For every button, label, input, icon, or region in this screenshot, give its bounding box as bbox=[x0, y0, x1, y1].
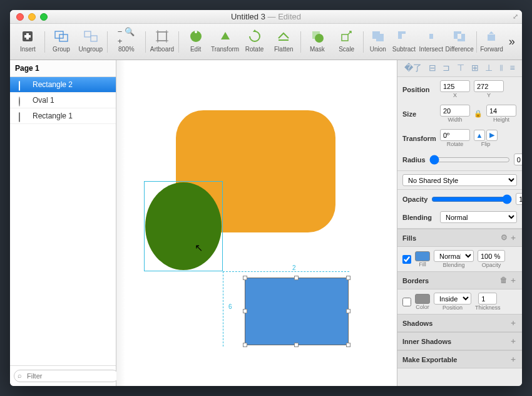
svg-rect-21 bbox=[488, 34, 495, 41]
position-label: Position bbox=[402, 86, 436, 93]
zoom-control[interactable]: − 🔍 +800% bbox=[110, 26, 143, 58]
insert-button[interactable]: Insert bbox=[14, 26, 42, 58]
filter-input[interactable] bbox=[14, 370, 119, 382]
shadows-header[interactable]: Shadows＋ bbox=[397, 314, 522, 332]
flip-horizontal-button[interactable]: ▲ bbox=[474, 130, 485, 141]
gear-icon[interactable]: ⚙ bbox=[501, 233, 508, 242]
fullscreen-icon[interactable]: ⤢ bbox=[513, 13, 518, 21]
distribute-v-icon[interactable]: ≡ bbox=[509, 63, 514, 74]
shape-oval-1[interactable] bbox=[145, 182, 222, 270]
group-button[interactable]: Group bbox=[48, 26, 76, 58]
svg-rect-20 bbox=[429, 34, 433, 39]
fill-enabled-checkbox[interactable] bbox=[402, 255, 411, 264]
edit-button[interactable]: Edit bbox=[182, 26, 210, 58]
svg-rect-5 bbox=[84, 31, 91, 37]
fill-opacity-input[interactable] bbox=[478, 250, 505, 262]
smart-guide-vertical bbox=[223, 271, 223, 346]
artboard-button[interactable]: Artboard bbox=[148, 26, 176, 58]
shared-style-select[interactable]: No Shared Style bbox=[402, 174, 517, 186]
border-color-swatch[interactable] bbox=[415, 294, 430, 304]
flip-vertical-button[interactable]: ▶ bbox=[486, 130, 498, 141]
union-button[interactable]: Union bbox=[366, 26, 390, 58]
position-y-input[interactable] bbox=[474, 80, 504, 92]
layers-sidebar: Page 1 Rectangle 2 Oval 1 Rectangle 1 ⌕ … bbox=[10, 60, 116, 386]
forward-button[interactable]: Forward bbox=[479, 26, 504, 58]
align-left-icon[interactable]: �了 bbox=[404, 63, 422, 74]
titlebar: Untitled 3 — Edited ⤢ bbox=[10, 10, 522, 24]
inner-shadows-header[interactable]: Inner Shadows＋ bbox=[397, 332, 522, 350]
svg-rect-6 bbox=[91, 36, 97, 41]
align-right-icon[interactable]: ⊐ bbox=[442, 63, 450, 74]
align-bottom-icon[interactable]: ⊥ bbox=[485, 63, 493, 74]
mask-button[interactable]: Mask bbox=[304, 26, 332, 58]
cursor-icon: ↖ bbox=[195, 242, 203, 254]
align-controls: �了 ⊟ ⊐ ⊤ ⊞ ⊥ ⫴ ≡ bbox=[397, 60, 522, 77]
blending-select[interactable]: Normal bbox=[440, 211, 517, 223]
radius-input[interactable] bbox=[514, 154, 522, 165]
border-enabled-checkbox[interactable] bbox=[402, 298, 411, 306]
add-fill-icon[interactable]: ＋ bbox=[509, 233, 517, 242]
lock-aspect-icon[interactable]: 🔒 bbox=[474, 110, 483, 118]
page-header[interactable]: Page 1 bbox=[10, 60, 116, 77]
exportable-header[interactable]: Make Exportable＋ bbox=[397, 350, 522, 368]
opacity-input[interactable] bbox=[516, 193, 522, 205]
app-window: Untitled 3 — Edited ⤢ Insert Group Ungro… bbox=[10, 10, 522, 386]
add-shadow-icon[interactable]: ＋ bbox=[509, 318, 517, 328]
toolbar: Insert Group Ungroup − 🔍 +800% Artboard … bbox=[10, 24, 522, 60]
transform-label: Transform bbox=[402, 135, 436, 142]
difference-button[interactable]: Difference bbox=[445, 26, 473, 58]
size-label: Size bbox=[402, 110, 436, 118]
scale-button[interactable]: Scale bbox=[332, 26, 361, 58]
inspector-panel: �了 ⊟ ⊐ ⊤ ⊞ ⊥ ⫴ ≡ Position X Y Size Width… bbox=[397, 60, 522, 386]
svg-rect-7 bbox=[158, 32, 166, 41]
svg-point-16 bbox=[315, 34, 324, 43]
align-center-v-icon[interactable]: ⊞ bbox=[471, 63, 479, 74]
subtract-button[interactable]: Subtract bbox=[391, 26, 417, 58]
fill-blend-select[interactable]: Normal bbox=[434, 250, 474, 262]
toolbar-overflow[interactable]: » bbox=[505, 35, 518, 48]
rotate-button[interactable]: Rotate bbox=[240, 26, 269, 58]
svg-rect-2 bbox=[24, 35, 31, 38]
layer-rectangle-1[interactable]: Rectangle 1 bbox=[10, 108, 116, 124]
delete-border-icon[interactable]: 🗑 bbox=[500, 276, 508, 284]
radius-label: Radius bbox=[402, 156, 426, 164]
window-title: Untitled 3 — Edited bbox=[10, 12, 522, 21]
blending-label: Blending bbox=[402, 214, 436, 221]
align-center-h-icon[interactable]: ⊟ bbox=[429, 63, 436, 74]
layer-oval-1[interactable]: Oval 1 bbox=[10, 93, 116, 108]
opacity-slider[interactable] bbox=[431, 194, 512, 204]
fill-color-swatch[interactable] bbox=[415, 251, 430, 261]
svg-rect-19 bbox=[376, 34, 384, 41]
opacity-label: Opacity bbox=[402, 195, 427, 203]
guide-label-y: 6 bbox=[228, 303, 233, 310]
layer-rectangle-2[interactable]: Rectangle 2 bbox=[10, 77, 116, 93]
border-position-select[interactable]: Inside bbox=[434, 293, 471, 305]
radius-slider[interactable] bbox=[429, 155, 510, 165]
distribute-h-icon[interactable]: ⫴ bbox=[499, 63, 503, 74]
align-top-icon[interactable]: ⊤ bbox=[457, 63, 464, 74]
position-x-input[interactable] bbox=[440, 80, 470, 92]
add-inner-shadow-icon[interactable]: ＋ bbox=[509, 336, 517, 346]
filter-field-wrap: ⌕ bbox=[14, 370, 119, 382]
intersect-button[interactable]: Intersect bbox=[418, 26, 444, 58]
canvas[interactable]: 2 6 ↖ bbox=[116, 60, 397, 386]
svg-rect-17 bbox=[342, 34, 348, 41]
guide-label-x: 2 bbox=[292, 264, 297, 271]
transform-button[interactable]: Transform bbox=[211, 26, 239, 58]
add-border-icon[interactable]: ＋ bbox=[509, 276, 517, 284]
add-export-icon[interactable]: ＋ bbox=[509, 354, 517, 365]
rotate-input[interactable] bbox=[440, 129, 470, 141]
shape-rectangle-2[interactable] bbox=[245, 278, 349, 345]
svg-point-13 bbox=[195, 31, 197, 33]
borders-header: Borders🗑 ＋ bbox=[397, 271, 522, 289]
search-icon: ⌕ bbox=[18, 372, 22, 379]
height-input[interactable] bbox=[486, 105, 516, 117]
border-thickness-input[interactable] bbox=[478, 293, 497, 305]
smart-guide-horizontal bbox=[223, 271, 349, 272]
ungroup-button[interactable]: Ungroup bbox=[76, 26, 105, 58]
flatten-button[interactable]: Flatten bbox=[270, 26, 298, 58]
width-input[interactable] bbox=[440, 105, 470, 117]
fills-header: Fills⚙ ＋ bbox=[397, 229, 522, 247]
